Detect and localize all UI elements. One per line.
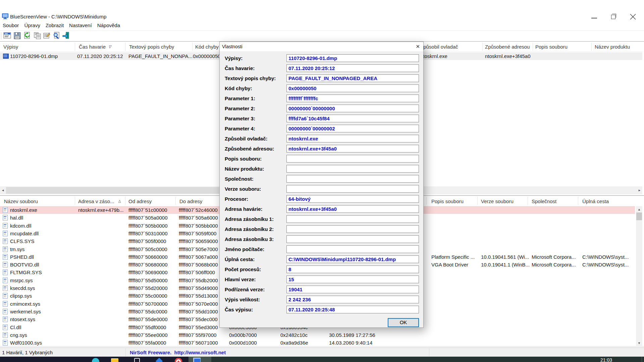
vscroll-thumb[interactable] [636,213,642,220]
dialog-field-value-box[interactable]: PAGE_FAULT_IN_NONPAGED_AREA [286,74,419,82]
dialog-field-value-box[interactable]: 07.11.2020 20:25:48 [286,306,419,313]
dialog-field-value-box[interactable] [286,215,419,223]
column-header-product_name[interactable]: Název produktu [595,44,630,50]
dialog-field-value [287,216,419,216]
vertical-scrollbar[interactable]: ▴▾ [636,206,642,346]
dialog-field-value-box[interactable]: 19041 [286,286,419,293]
column-header-file_description[interactable]: Popis souboru [535,44,568,50]
cell-from: fffff807`50660000 [128,254,168,260]
scroll-right-icon[interactable]: ▸ [637,188,642,192]
dialog-field-label: Parameter 2: [225,105,255,112]
dialog-field-value-box[interactable]: 110720-8296-01.dmp [286,54,419,62]
status-nirsoft-link[interactable]: NirSoft Freeware. http://www.nirsoft.net [130,350,226,355]
refresh-icon[interactable] [23,32,31,40]
dialog-field-value-box[interactable] [286,175,419,183]
cell-from: fffff807`50700000 [128,301,168,307]
menu-item-upravy[interactable]: Úpravy [21,21,43,31]
find-icon[interactable] [53,32,60,40]
dialog-field-value-box[interactable] [286,165,419,173]
dialog-field-value-box[interactable]: 00000000`00000000 [286,105,419,112]
dialog-field-value-box[interactable]: 0x00000050 [286,84,419,92]
ok-button[interactable]: OK [388,318,419,327]
column-header-bug_string[interactable]: Textový popis chyby [129,44,174,50]
dialog-field-value-box[interactable]: 64-bitový [286,195,419,203]
cell-to: fffff807`55ed3000 [179,324,218,330]
dialog-field-label: Hlavní verze: [225,276,256,283]
dialog-field-value-box[interactable] [286,235,419,243]
dialog-field-value-box[interactable]: 07.11.2020 20:25:12 [286,64,419,72]
dialog-field-label: Popis souboru: [225,155,262,163]
cell-to: fffff807`55d49000 [179,285,218,291]
cell-name: Wdf01000.sys [10,340,42,346]
minimize-button[interactable] [591,18,597,18]
dialog-field-value-box[interactable]: ffffffff`fffffffc [286,95,419,102]
cell-from: fffff807`505f0000 [128,238,166,244]
column-header-stack[interactable]: Adresa v záso... [78,198,114,204]
explorer-icon[interactable] [111,358,118,362]
menu-item-napoveda[interactable]: Nápověda [95,21,123,31]
column-header-name[interactable]: Název souboru [4,198,38,204]
dialog-field-value-box[interactable]: 00000000`00000002 [286,125,419,132]
dialog-field-value-box[interactable]: C:\WINDOWS\Minidump\110720-8296-01.dmp [286,255,419,263]
maximize-button[interactable] [611,15,615,19]
cell-from: fffff807`55c00000 [128,293,167,299]
dialog-field-value-box[interactable]: ntoskrnl.exe+3f45a0 [286,145,419,153]
close-button[interactable] [630,14,636,20]
menu-item-nastaveni[interactable]: Nastavení [66,21,95,31]
column-header-path[interactable]: Úplná cesta [582,198,609,204]
save-icon[interactable] [13,32,21,40]
dialog-field-value-box[interactable]: 15 [286,276,419,283]
dialog-field-value-box[interactable]: ffffd7a6`10c45f84 [286,115,419,122]
dialog-field-value-box[interactable]: ntoskrnl.exe [286,135,419,142]
dialog-field-value-box[interactable]: 8 [286,265,419,273]
column-header-description[interactable]: Popis souboru [431,198,464,204]
sort-descending-icon: ∇ [108,45,111,49]
column-header-version[interactable]: Verze souboru [481,198,514,204]
exit-icon[interactable] [62,32,70,40]
cell-to: fffff807`5059f000 [179,231,216,236]
dialog-field-value-box[interactable] [286,225,419,233]
properties-icon[interactable]: 1 [43,32,51,40]
cell-path: C:\WINDOWS\syst... [582,254,629,260]
cell-timestamp: 0x2482c10c [280,332,308,338]
cell-name: FLTMGR.SYS [10,269,42,275]
cell-name: CLFS.SYS [10,238,35,244]
dialog-field-value-box[interactable] [286,245,419,253]
column-header-bug_code[interactable]: Kód chyby [195,44,219,50]
dialog-field-value-box[interactable] [286,185,419,193]
scroll-up-icon[interactable]: ▴ [636,207,642,212]
column-header-caused_by_address[interactable]: Způsobené adresou [485,44,530,50]
file-icon [3,301,8,307]
dialog-field-value-box[interactable]: 2 242 236 [286,296,419,303]
cell-to: fffff807`55db2000 [179,278,218,283]
dialog-field-label: Společnost: [225,175,254,183]
menu-bar: SouborÚpravyZobrazitNastaveníNápověda [0,21,644,31]
dialog-field-label: Procesor: [225,195,248,203]
cell-name: ksecdd.sys [10,285,35,291]
column-header-dump[interactable]: Výpisy [3,44,18,50]
column-header-to[interactable]: Do adresy [179,198,202,204]
cell-from: fffff807`50690000 [128,269,168,275]
menu-item-soubor[interactable]: Soubor [0,21,21,31]
column-header-crash_time[interactable]: Čas havarie [79,44,106,50]
bluescreenview-task-icon[interactable] [193,358,201,362]
open-report-icon[interactable] [3,32,11,40]
table-row[interactable]: Wdf01000.sysfffff807`55fa0000fffff807`56… [0,339,635,346]
phone-icon[interactable] [134,358,140,362]
scroll-left-icon[interactable]: ◂ [0,188,6,192]
copy-icon[interactable] [34,32,41,40]
column-header-from[interactable]: Od adresy [128,198,152,204]
scroll-down-icon[interactable]: ▾ [636,341,642,345]
cell-from: fffff807`50680000 [128,262,168,267]
dialog-field-value-box[interactable] [286,155,419,163]
table-row[interactable]: cng.sysfffff807`55ee0000fffff807`55f9700… [0,331,635,339]
dialog-close-icon[interactable]: ✕ [416,44,420,50]
menu-item-zobrazit[interactable]: Zobrazit [43,21,66,31]
dialog-field-value: ffffd7a6`10c45f84 [287,115,419,122]
column-header-caused_by_driver[interactable]: Způsobil ovladač [420,44,458,50]
dialog-field-label: Jméno počítače: [225,245,264,253]
column-header-company[interactable]: Společnost [532,198,556,204]
cell-description: Platform Specific ... [431,254,475,260]
dialog-field-value-box[interactable]: ntoskrnl.exe+3f45a0 [286,205,419,213]
file-icon [3,285,8,291]
